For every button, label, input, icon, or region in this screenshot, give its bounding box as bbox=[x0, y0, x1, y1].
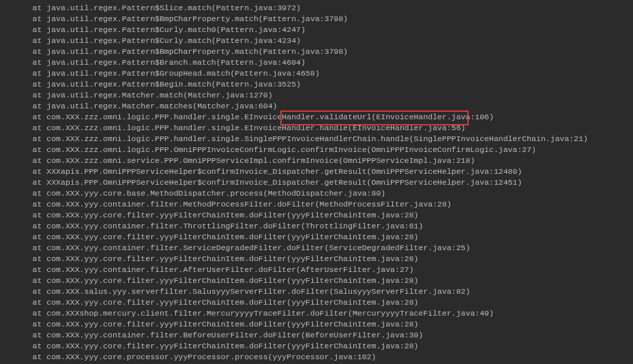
stack-trace-line: at com.XXX.yyy.core.filter.yyyFilterChai… bbox=[0, 319, 633, 330]
stack-trace-line: at java.util.regex.Pattern$Begin.match(P… bbox=[0, 79, 633, 90]
stack-trace-line: at java.util.regex.Pattern$Branch.match(… bbox=[0, 57, 633, 68]
stack-trace-line: at com.XXX.zzz.omni.logic.PPP.handler.si… bbox=[0, 123, 633, 134]
stack-trace-line: at java.util.regex.Matcher.matches(Match… bbox=[0, 101, 633, 112]
stack-trace-line: at java.util.regex.Pattern$GroupHead.mat… bbox=[0, 68, 633, 79]
stack-trace-line: at com.XXX.yyy.container.filter.Throttli… bbox=[0, 221, 633, 232]
stack-trace-line: at java.util.regex.Pattern$Curly.match(P… bbox=[0, 35, 633, 46]
stack-trace-line: at com.XXX.yyy.core.filter.yyyFilterChai… bbox=[0, 254, 633, 264]
stack-trace-line: at com.XXXshop.mercury.client.filter.Mer… bbox=[0, 308, 633, 319]
stack-trace-line: at java.util.regex.Pattern$BmpCharProper… bbox=[0, 14, 633, 25]
stack-trace: at java.util.regex.Pattern$Slice.match(P… bbox=[0, 0, 633, 364]
stack-trace-line: at com.XXX.zzz.omni.service.PPP.OmniPPPS… bbox=[0, 155, 633, 166]
stack-trace-line: at com.XXX.yyy.core.filter.yyyFilterChai… bbox=[0, 341, 633, 352]
stack-trace-line: at XXXapis.PPP.OmniPPPServiceHelper$conf… bbox=[0, 166, 633, 177]
stack-trace-line: at XXXapis.PPP.OmniPPPServiceHelper$conf… bbox=[0, 177, 633, 188]
stack-trace-line: at com.XXX.yyy.container.filter.MethodPr… bbox=[0, 199, 633, 210]
stack-trace-line: at com.XXX.yyy.core.filter.yyyFilterChai… bbox=[0, 275, 633, 286]
stack-trace-line: at java.util.regex.Matcher.match(Matcher… bbox=[0, 90, 633, 101]
stack-trace-line: at com.XXX.yyy.container.filter.AfterUse… bbox=[0, 264, 633, 275]
stack-trace-line: at com.XXX.yyy.core.base.MethodDispatche… bbox=[0, 188, 633, 199]
stack-trace-line: at com.XXX.zzz.omni.logic.PPP.handler.si… bbox=[0, 134, 633, 145]
stack-trace-line: at com.XXX.yyy.core.processor.yyyProcess… bbox=[0, 352, 633, 363]
stack-trace-line: at com.XXX.yyy.container.filter.BeforeUs… bbox=[0, 330, 633, 341]
stack-trace-line: at java.util.regex.Pattern$BmpCharProper… bbox=[0, 46, 633, 57]
stack-trace-line: at com.XXX.zzz.omni.logic.PPP.handler.si… bbox=[0, 112, 633, 123]
stack-trace-line: at com.XXX.yyy.core.filter.yyyFilterChai… bbox=[0, 297, 633, 308]
stack-trace-line: at java.util.regex.Pattern$Slice.match(P… bbox=[0, 3, 633, 14]
stack-trace-line: at com.XXX.yyy.core.filter.yyyFilterChai… bbox=[0, 232, 633, 243]
stack-trace-line: at java.util.regex.Pattern$Curly.match0(… bbox=[0, 25, 633, 35]
stack-trace-line: at com.XXX.yyy.container.filter.ServiceD… bbox=[0, 243, 633, 254]
stack-trace-line: at com.XXX.salus.yyy.serverfilter.Salusy… bbox=[0, 286, 633, 297]
stack-trace-line: at com.XXX.yyy.core.filter.yyyFilterChai… bbox=[0, 210, 633, 221]
stack-trace-line: at com.XXX.zzz.omni.logic.PPP.OmniPPPInv… bbox=[0, 145, 633, 155]
